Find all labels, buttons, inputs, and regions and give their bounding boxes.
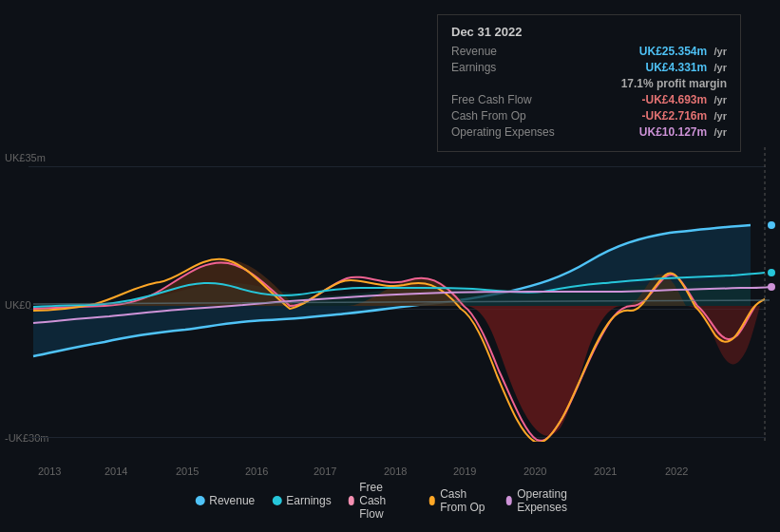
- chart-container: Dec 31 2022 Revenue UK£25.354m /yr Earni…: [0, 0, 780, 532]
- legend-item-earnings: Earnings: [272, 494, 331, 507]
- tooltip-label-earnings: Earnings: [451, 61, 556, 74]
- tooltip-row-earnings: Earnings UK£4.331m /yr: [451, 61, 727, 74]
- tooltip-value-fcf: -UK£4.693m /yr: [641, 93, 727, 106]
- x-label-2020: 2020: [523, 466, 546, 477]
- legend-label-revenue: Revenue: [209, 494, 255, 507]
- x-label-2015: 2015: [176, 466, 199, 477]
- tooltip-row-margin: 17.1% profit margin: [451, 77, 727, 90]
- x-label-2019: 2019: [453, 466, 476, 477]
- legend-dot-opex: [506, 496, 513, 505]
- x-label-2022: 2022: [665, 466, 688, 477]
- x-label-2018: 2018: [384, 466, 407, 477]
- revenue-dot-end: [768, 221, 775, 229]
- legend-dot-revenue: [195, 496, 204, 505]
- legend-item-cashop: Cash From Op: [429, 487, 489, 514]
- x-label-2014: 2014: [105, 466, 127, 477]
- legend-item-opex: Operating Expenses: [506, 487, 585, 514]
- tooltip-value-revenue: UK£25.354m /yr: [639, 45, 727, 58]
- x-label-2017: 2017: [314, 466, 336, 477]
- tooltip-value-margin: 17.1% profit margin: [621, 77, 727, 90]
- legend-dot-fcf: [349, 496, 355, 505]
- tooltip-label-opex: Operating Expenses: [451, 125, 556, 139]
- legend-item-fcf: Free Cash Flow: [349, 481, 412, 521]
- tooltip-label-cashop: Cash From Op: [451, 109, 556, 123]
- cashop-line: [33, 259, 765, 442]
- tooltip-row-revenue: Revenue UK£25.354m /yr: [451, 45, 727, 58]
- tooltip-label-fcf: Free Cash Flow: [451, 93, 556, 106]
- legend-item-revenue: Revenue: [195, 494, 255, 507]
- tooltip-row-fcf: Free Cash Flow -UK£4.693m /yr: [451, 93, 727, 106]
- tooltip-row-cashop: Cash From Op -UK£2.716m /yr: [451, 109, 727, 123]
- legend-dot-cashop: [429, 496, 436, 505]
- tooltip-value-opex: UK£10.127m /yr: [639, 125, 727, 139]
- tooltip-value-earnings: UK£4.331m /yr: [645, 61, 727, 74]
- legend-label-opex: Operating Expenses: [517, 487, 585, 514]
- x-label-2021: 2021: [594, 466, 617, 477]
- tooltip-row-opex: Operating Expenses UK£10.127m /yr: [451, 125, 727, 139]
- earnings-dot-end: [768, 269, 775, 276]
- chart-svg: [0, 147, 780, 442]
- tooltip-label-revenue: Revenue: [451, 45, 556, 58]
- opex-dot-end: [768, 283, 775, 291]
- chart-legend: Revenue Earnings Free Cash Flow Cash Fro…: [195, 481, 585, 521]
- tooltip-date: Dec 31 2022: [451, 25, 727, 39]
- x-label-2016: 2016: [245, 466, 268, 477]
- cashop-area-neg1: [466, 306, 622, 436]
- legend-label-earnings: Earnings: [286, 494, 331, 507]
- legend-dot-earnings: [272, 496, 281, 505]
- legend-label-fcf: Free Cash Flow: [359, 481, 411, 521]
- legend-label-cashop: Cash From Op: [440, 487, 488, 514]
- tooltip-value-cashop: -UK£2.716m /yr: [641, 109, 727, 123]
- x-label-2013: 2013: [38, 466, 61, 477]
- tooltip-box: Dec 31 2022 Revenue UK£25.354m /yr Earni…: [437, 14, 741, 152]
